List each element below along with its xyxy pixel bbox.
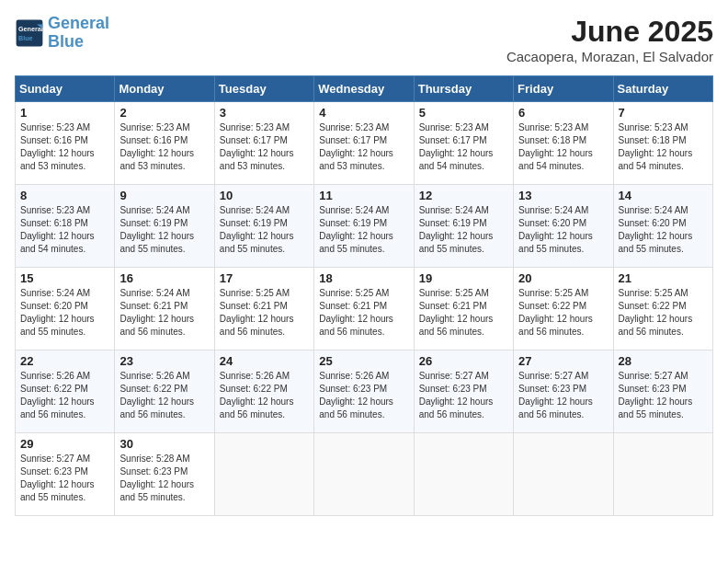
daylight-minutes: and 53 minutes. [220, 161, 285, 171]
calendar-cell: 12 Sunrise: 5:24 AM Sunset: 6:19 PM Dayl… [414, 185, 513, 268]
sunset-label: Sunset: 6:16 PM [20, 135, 88, 145]
sunset-label: Sunset: 6:22 PM [20, 384, 88, 394]
sunrise-label: Sunrise: 5:23 AM [119, 122, 189, 132]
day-number: 3 [220, 106, 309, 120]
day-info: Sunrise: 5:24 AM Sunset: 6:20 PM Dayligh… [619, 204, 708, 256]
daylight-minutes: and 56 minutes. [20, 409, 85, 419]
location-title: Cacaopera, Morazan, El Salvador [506, 49, 713, 64]
day-number: 21 [619, 271, 708, 285]
daylight-minutes: and 54 minutes. [518, 161, 584, 171]
day-info: Sunrise: 5:23 AM Sunset: 6:17 PM Dayligh… [419, 121, 508, 173]
daylight-minutes: and 55 minutes. [619, 409, 684, 419]
daylight-minutes: and 56 minutes. [518, 409, 584, 419]
calendar-week-row: 22 Sunrise: 5:26 AM Sunset: 6:22 PM Dayl… [16, 350, 713, 433]
calendar-cell: 15 Sunrise: 5:24 AM Sunset: 6:20 PM Dayl… [16, 268, 115, 350]
calendar-cell: 21 Sunrise: 5:25 AM Sunset: 6:22 PM Dayl… [613, 268, 712, 350]
sunrise-label: Sunrise: 5:24 AM [319, 205, 389, 215]
day-number: 22 [20, 354, 109, 368]
day-info: Sunrise: 5:25 AM Sunset: 6:22 PM Dayligh… [619, 287, 708, 339]
header-saturday: Saturday [613, 76, 712, 102]
day-info: Sunrise: 5:25 AM Sunset: 6:21 PM Dayligh… [419, 287, 508, 339]
calendar-cell: 14 Sunrise: 5:24 AM Sunset: 6:20 PM Dayl… [613, 185, 712, 268]
daylight-label: Daylight: 12 hours [20, 148, 95, 158]
sunset-label: Sunset: 6:21 PM [119, 301, 188, 311]
daylight-minutes: and 55 minutes. [119, 244, 185, 254]
day-info: Sunrise: 5:24 AM Sunset: 6:19 PM Dayligh… [319, 204, 408, 256]
calendar-week-row: 8 Sunrise: 5:23 AM Sunset: 6:18 PM Dayli… [16, 185, 713, 268]
calendar-cell: 30 Sunrise: 5:28 AM Sunset: 6:23 PM Dayl… [115, 433, 214, 516]
sunrise-label: Sunrise: 5:23 AM [619, 122, 688, 132]
logo-text: General Blue [48, 15, 109, 52]
svg-text:General: General [18, 25, 43, 33]
daylight-label: Daylight: 12 hours [20, 396, 95, 407]
sunrise-label: Sunrise: 5:23 AM [518, 122, 588, 132]
daylight-label: Daylight: 12 hours [319, 396, 393, 407]
day-number: 13 [518, 189, 608, 202]
day-info: Sunrise: 5:23 AM Sunset: 6:18 PM Dayligh… [619, 121, 708, 173]
sunset-label: Sunset: 6:21 PM [419, 301, 487, 311]
sunset-label: Sunset: 6:16 PM [119, 135, 188, 145]
calendar-cell: 23 Sunrise: 5:26 AM Sunset: 6:22 PM Dayl… [115, 350, 214, 433]
day-info: Sunrise: 5:27 AM Sunset: 6:23 PM Dayligh… [20, 453, 109, 504]
day-info: Sunrise: 5:27 AM Sunset: 6:23 PM Dayligh… [619, 370, 708, 421]
day-info: Sunrise: 5:26 AM Sunset: 6:22 PM Dayligh… [20, 370, 109, 421]
header-monday: Monday [115, 76, 214, 102]
sunrise-label: Sunrise: 5:24 AM [119, 205, 189, 215]
day-number: 15 [20, 271, 109, 285]
calendar-cell [214, 433, 313, 516]
day-info: Sunrise: 5:25 AM Sunset: 6:22 PM Dayligh… [518, 287, 608, 339]
sunrise-label: Sunrise: 5:26 AM [319, 371, 389, 381]
calendar-cell: 17 Sunrise: 5:25 AM Sunset: 6:21 PM Dayl… [214, 268, 313, 350]
daylight-label: Daylight: 12 hours [619, 148, 693, 158]
day-info: Sunrise: 5:26 AM Sunset: 6:22 PM Dayligh… [220, 370, 309, 421]
day-info: Sunrise: 5:23 AM Sunset: 6:17 PM Dayligh… [319, 121, 408, 173]
calendar-cell: 29 Sunrise: 5:27 AM Sunset: 6:23 PM Dayl… [16, 433, 115, 516]
sunrise-label: Sunrise: 5:24 AM [119, 288, 189, 298]
calendar-cell: 26 Sunrise: 5:27 AM Sunset: 6:23 PM Dayl… [414, 350, 513, 433]
header-thursday: Thursday [414, 76, 513, 102]
daylight-label: Daylight: 12 hours [419, 396, 494, 407]
calendar-cell: 13 Sunrise: 5:24 AM Sunset: 6:20 PM Dayl… [514, 185, 613, 268]
day-info: Sunrise: 5:26 AM Sunset: 6:22 PM Dayligh… [119, 370, 209, 421]
day-info: Sunrise: 5:28 AM Sunset: 6:23 PM Dayligh… [119, 453, 209, 504]
sunrise-label: Sunrise: 5:26 AM [119, 371, 189, 381]
sunset-label: Sunset: 6:20 PM [20, 301, 88, 311]
day-info: Sunrise: 5:24 AM Sunset: 6:20 PM Dayligh… [518, 204, 608, 256]
daylight-label: Daylight: 12 hours [220, 314, 294, 324]
daylight-label: Daylight: 12 hours [319, 148, 393, 158]
sunset-label: Sunset: 6:19 PM [319, 218, 387, 228]
sunrise-label: Sunrise: 5:23 AM [20, 205, 90, 215]
sunrise-label: Sunrise: 5:28 AM [119, 454, 189, 464]
day-number: 10 [220, 189, 309, 202]
day-number: 11 [319, 189, 408, 202]
header-tuesday: Tuesday [214, 76, 313, 102]
day-number: 24 [220, 354, 309, 368]
calendar-header-row: SundayMondayTuesdayWednesdayThursdayFrid… [16, 76, 713, 102]
sunrise-label: Sunrise: 5:24 AM [619, 205, 688, 215]
day-number: 29 [20, 437, 109, 451]
daylight-label: Daylight: 12 hours [119, 231, 194, 241]
daylight-minutes: and 53 minutes. [119, 161, 185, 171]
sunrise-label: Sunrise: 5:24 AM [20, 288, 90, 298]
calendar-cell: 28 Sunrise: 5:27 AM Sunset: 6:23 PM Dayl… [613, 350, 712, 433]
day-number: 27 [518, 354, 608, 368]
day-info: Sunrise: 5:23 AM Sunset: 6:18 PM Dayligh… [20, 204, 109, 256]
daylight-minutes: and 56 minutes. [119, 409, 185, 419]
sunrise-label: Sunrise: 5:24 AM [518, 205, 588, 215]
day-info: Sunrise: 5:24 AM Sunset: 6:20 PM Dayligh… [20, 287, 109, 339]
day-number: 16 [119, 271, 209, 285]
daylight-minutes: and 56 minutes. [619, 327, 684, 337]
daylight-label: Daylight: 12 hours [20, 314, 95, 324]
sunrise-label: Sunrise: 5:25 AM [319, 288, 389, 298]
daylight-minutes: and 56 minutes. [220, 327, 285, 337]
day-info: Sunrise: 5:25 AM Sunset: 6:21 PM Dayligh… [220, 287, 309, 339]
calendar-cell: 20 Sunrise: 5:25 AM Sunset: 6:22 PM Dayl… [514, 268, 613, 350]
daylight-label: Daylight: 12 hours [419, 231, 494, 241]
daylight-minutes: and 55 minutes. [319, 244, 384, 254]
calendar-week-row: 15 Sunrise: 5:24 AM Sunset: 6:20 PM Dayl… [16, 268, 713, 350]
sunrise-label: Sunrise: 5:27 AM [419, 371, 489, 381]
calendar-cell: 7 Sunrise: 5:23 AM Sunset: 6:18 PM Dayli… [613, 102, 712, 185]
calendar-week-row: 29 Sunrise: 5:27 AM Sunset: 6:23 PM Dayl… [16, 433, 713, 516]
sunset-label: Sunset: 6:22 PM [619, 301, 687, 311]
daylight-minutes: and 55 minutes. [419, 244, 484, 254]
